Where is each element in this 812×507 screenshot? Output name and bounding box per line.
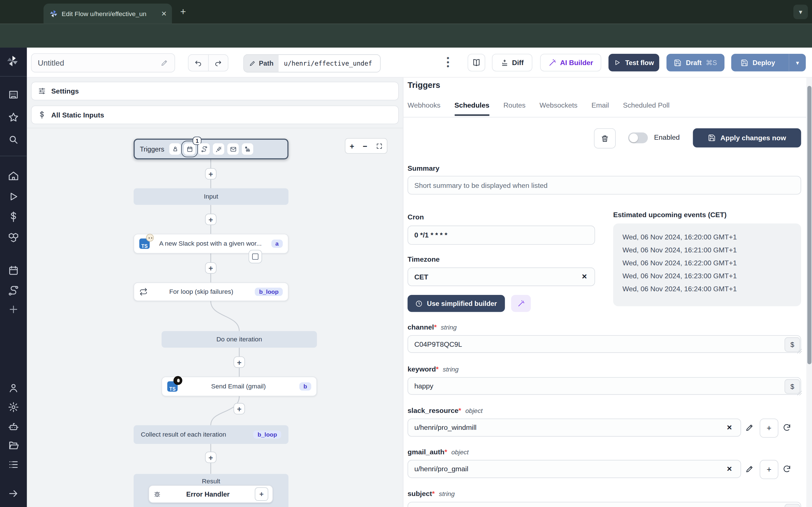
enabled-toggle[interactable] <box>628 132 648 144</box>
expand-sidebar-arrow-icon[interactable] <box>8 488 19 499</box>
insert-step-button[interactable]: + <box>234 356 245 368</box>
timezone-label: Timezone <box>408 256 440 263</box>
zoom-out-icon[interactable]: − <box>363 142 367 150</box>
schedule-trigger-icon[interactable]: 1 <box>184 144 195 155</box>
route-trigger-icon[interactable] <box>199 144 210 155</box>
all-static-inputs-row[interactable]: All Static Inputs <box>31 106 399 124</box>
edit-resource-pencil-icon[interactable] <box>745 464 754 473</box>
slack-step-node[interactable]: TS A new Slack post with a given wor... … <box>134 234 289 253</box>
email-step-node[interactable]: TS Send Email (gmail) b <box>161 377 317 396</box>
simplified-builder-button[interactable]: Use simplified builder <box>408 295 505 312</box>
browser-tab[interactable]: Edit Flow u/henri/effective_un ✕ <box>43 4 172 24</box>
channel-input[interactable] <box>408 335 801 353</box>
undo-button[interactable] <box>189 55 209 71</box>
insert-step-button[interactable]: + <box>205 262 216 274</box>
forloop-step-node[interactable]: For loop (skip failures) b_loop <box>134 283 289 301</box>
docs-book-button[interactable] <box>468 54 485 71</box>
refresh-resource-icon[interactable] <box>782 423 791 432</box>
event-row: Wed, 06 Nov 2024, 16:21:00 GMT+1 <box>622 244 801 257</box>
timezone-clear-icon[interactable]: ✕ <box>581 273 587 281</box>
add-error-handler-button[interactable]: + <box>255 487 268 501</box>
scheduled-poll-trigger-icon[interactable] <box>242 144 253 155</box>
add-resource-button[interactable]: + <box>760 418 778 438</box>
tab-routes[interactable]: Routes <box>503 101 525 116</box>
more-options-kebab-icon[interactable]: ••• <box>444 56 452 68</box>
schedules-calendar-icon[interactable] <box>8 265 19 276</box>
workspace-icon[interactable] <box>8 89 19 100</box>
users-person-icon[interactable] <box>8 382 19 393</box>
tab-webhooks[interactable]: Webhooks <box>408 101 441 116</box>
fullscreen-icon[interactable] <box>376 143 383 149</box>
test-flow-button[interactable]: Test flow <box>608 54 659 71</box>
collect-result-node[interactable]: Collect result of each iteration b_loop <box>134 425 289 444</box>
summary-input[interactable] <box>408 176 801 194</box>
zoom-in-icon[interactable]: + <box>350 142 354 150</box>
flow-name-input[interactable]: Untitled <box>31 53 175 72</box>
search-icon[interactable] <box>8 134 19 145</box>
ai-builder-button[interactable]: AI Builder <box>540 54 601 71</box>
path-input[interactable]: u/henri/effective_undef <box>278 55 380 72</box>
favorites-star-icon[interactable] <box>8 112 19 123</box>
tab-schedules[interactable]: Schedules <box>455 101 490 116</box>
slack-resource-clear-icon[interactable]: ✕ <box>726 424 732 432</box>
settings-row[interactable]: Settings <box>31 82 399 100</box>
browser-toolbar: app.windmill.dev/flows/edit/u/henri/effe… <box>0 24 812 47</box>
tab-scheduled-poll[interactable]: Scheduled Poll <box>623 101 669 116</box>
deploy-button[interactable]: Deploy ▼ <box>731 54 806 71</box>
webhook-trigger-icon[interactable] <box>169 144 181 155</box>
timezone-input[interactable] <box>408 268 595 286</box>
add-resource-button[interactable]: + <box>760 460 778 479</box>
resources-cubes-icon[interactable] <box>8 232 19 243</box>
screen: Edit Flow u/henri/effective_un ✕ + ▼ app… <box>0 0 812 507</box>
events-title: Estimated upcoming events (CET) <box>613 211 726 219</box>
draft-button[interactable]: Draft ⌘S <box>666 54 725 71</box>
variables-dollar-icon[interactable] <box>8 211 19 222</box>
error-handler-node[interactable]: Error Handler + <box>149 485 273 503</box>
audit-logs-list-icon[interactable] <box>8 459 19 470</box>
folders-icon[interactable] <box>8 440 19 451</box>
routes-icon[interactable] <box>8 285 19 296</box>
edit-pencil-icon[interactable] <box>160 59 168 67</box>
subject-input[interactable] <box>408 502 801 507</box>
delete-schedule-button[interactable] <box>594 128 616 149</box>
settings-gear-icon[interactable] <box>8 401 19 413</box>
cron-input[interactable] <box>408 226 595 245</box>
edit-resource-pencil-icon[interactable] <box>745 423 754 432</box>
redo-button[interactable] <box>208 55 228 71</box>
deploy-dropdown-chevron-icon[interactable]: ▼ <box>789 54 806 71</box>
tab-websockets[interactable]: Websockets <box>540 101 578 116</box>
insert-step-button[interactable]: + <box>234 403 245 414</box>
windmill-logo[interactable] <box>7 55 18 67</box>
refresh-resource-icon[interactable] <box>782 464 791 473</box>
workers-robot-icon[interactable] <box>8 421 19 432</box>
resize-handle[interactable] <box>797 349 802 353</box>
trash-icon <box>601 134 609 143</box>
gmail-auth-input[interactable] <box>408 460 741 478</box>
websocket-trigger-icon[interactable] <box>213 144 224 155</box>
resize-handle[interactable] <box>797 391 802 395</box>
insert-step-button[interactable]: + <box>205 452 216 463</box>
tab-email[interactable]: Email <box>592 101 609 116</box>
slack-resource-input[interactable] <box>408 418 741 437</box>
add-plus-icon[interactable] <box>8 304 19 315</box>
apply-changes-button[interactable]: Apply changes now <box>693 128 801 148</box>
triggers-node[interactable]: Triggers 1 <box>134 138 289 159</box>
home-icon[interactable] <box>8 170 19 181</box>
new-tab-button[interactable]: + <box>180 7 186 17</box>
runs-play-icon[interactable] <box>8 191 19 202</box>
tab-close-icon[interactable]: ✕ <box>161 10 167 18</box>
panel-scrollbar-thumb[interactable] <box>807 86 811 364</box>
tab-search-chevron-icon[interactable]: ▼ <box>794 5 808 19</box>
input-node[interactable]: Input <box>134 188 289 205</box>
email-trigger-icon[interactable] <box>227 144 239 155</box>
save-icon <box>674 59 682 66</box>
do-one-iteration-node[interactable]: Do one iteration <box>161 331 317 348</box>
subject-dollar-button[interactable]: $ <box>784 504 800 507</box>
insert-step-button[interactable]: + <box>205 214 216 225</box>
skip-module-button[interactable] <box>249 250 262 263</box>
gmail-auth-clear-icon[interactable]: ✕ <box>726 465 732 473</box>
ai-cron-wand-button[interactable] <box>511 295 531 312</box>
keyword-input[interactable] <box>408 377 801 395</box>
diff-button[interactable]: Diff <box>492 54 532 71</box>
insert-step-button[interactable]: + <box>205 168 216 179</box>
